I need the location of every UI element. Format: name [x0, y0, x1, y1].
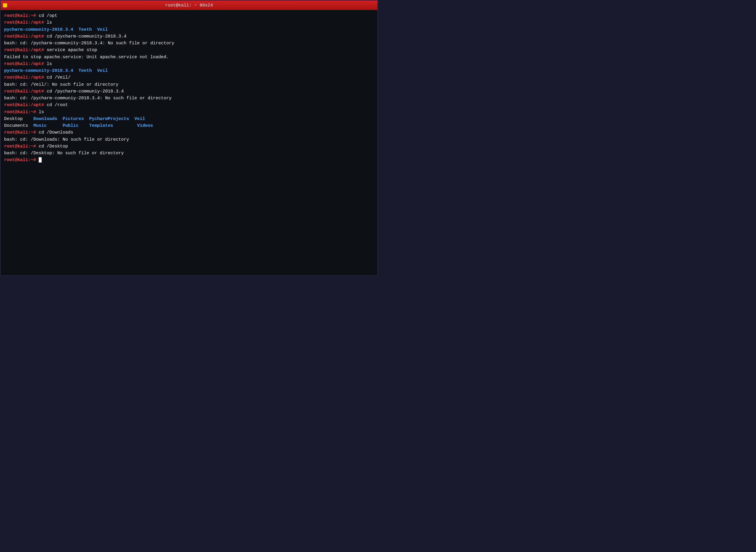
terminal-window: root@kali: ~ 80x24 root@kali:~# cd /optr…	[0, 0, 378, 276]
terminal-line: root@kali:/opt# service apache stop	[4, 47, 374, 53]
terminal-line: pycharm-community-2018.3.4 Teeth Veil	[4, 67, 374, 74]
terminal-line: bash: cd: /pycharm-community-2018.3.4: N…	[4, 40, 374, 47]
terminal-line: bash: cd: /Desktop: No such file or dire…	[4, 150, 374, 157]
terminal-prompt-cursor[interactable]: root@kali:~#	[4, 157, 374, 163]
title-bar: root@kali: ~ 80x24	[1, 1, 377, 10]
terminal-line: root@kali:/opt# ls	[4, 60, 374, 67]
terminal-line: root@kali:~# cd /Downloads	[4, 129, 374, 136]
terminal-body[interactable]: root@kali:~# cd /optroot@kali:/opt# lspy…	[1, 10, 377, 275]
terminal-line: root@kali:/opt# cd /root	[4, 102, 374, 109]
terminal-line: bash: cd: /pycharm-communiy-2018.3.4: No…	[4, 95, 374, 102]
terminal-line: root@kali:/opt# cd /Veil/	[4, 74, 374, 81]
terminal-line: bash: cd: /Downloads: No such file or di…	[4, 136, 374, 143]
terminal-line: root@kali:/opt# ls	[4, 19, 374, 26]
terminal-line: Desktop Downloads Pictures PycharmProjec…	[4, 116, 374, 122]
terminal-line: bash: cd: /Veil/: No such file or direct…	[4, 81, 374, 88]
terminal-line: Failed to stop apache.service: Unit apac…	[4, 54, 374, 60]
terminal-line: root@kali:~# cd /Desktop	[4, 143, 374, 150]
terminal-line: Documents Music Public Templates Videos	[4, 122, 374, 129]
terminal-line: root@kali:~# ls	[4, 109, 374, 116]
terminal-line: root@kali:~# cd /opt	[4, 12, 374, 19]
title-bar-dot	[3, 3, 7, 7]
terminal-line: root@kali:/opt# cd /pycharm-community-20…	[4, 33, 374, 40]
terminal-line: root@kali:/opt# cd /pycharm-communiy-201…	[4, 88, 374, 95]
terminal-line: pycharm-community-2018.3.4 Teeth Veil	[4, 26, 374, 33]
title-bar-text: root@kali: ~ 80x24	[165, 3, 213, 8]
